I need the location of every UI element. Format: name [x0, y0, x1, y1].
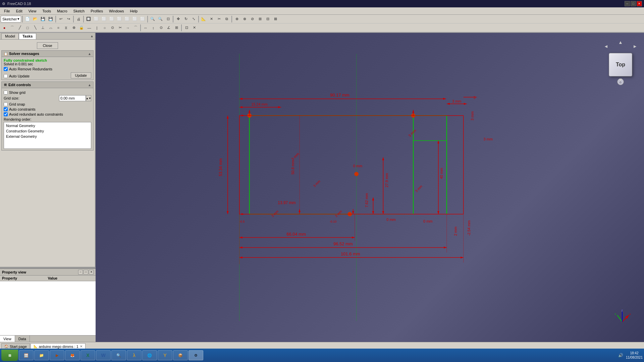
measure-btn[interactable]: 📐: [200, 15, 207, 23]
taskbar-lambda[interactable]: λ: [127, 350, 142, 360]
workbench-selector[interactable]: Sketcher ▾: [1, 16, 21, 22]
avoid-redundant-checkbox[interactable]: [4, 112, 8, 116]
sketch-close[interactable]: ✕: [191, 24, 198, 32]
tab-model[interactable]: Model: [1, 33, 19, 39]
view-front[interactable]: ⬜: [93, 15, 100, 23]
sketch-fillet[interactable]: ⌒: [132, 24, 139, 32]
grid-size-input[interactable]: 0.00 mm: [59, 95, 86, 101]
view-side[interactable]: ⬜: [100, 15, 108, 23]
zoom-fit-btn[interactable]: ⊡: [164, 15, 172, 23]
prop-tab-view[interactable]: View: [0, 336, 15, 342]
rendering-order-list[interactable]: Normal Geometry Construction Geometry Ex…: [4, 122, 91, 149]
new-btn[interactable]: 📄: [24, 15, 31, 23]
sketch-extend[interactable]: →: [124, 24, 131, 32]
nav-arrow-left[interactable]: ◄: [604, 44, 608, 49]
solver-toggle[interactable]: ▲: [88, 52, 91, 56]
snap-btn[interactable]: ⊕: [233, 15, 240, 23]
save-as-btn[interactable]: 💾: [47, 15, 54, 23]
sketch-trim[interactable]: ✂: [116, 24, 124, 32]
sketch-circle[interactable]: ○: [101, 24, 108, 32]
close-sketch-btn[interactable]: Close: [37, 42, 58, 49]
snap5-btn[interactable]: ⊟: [264, 15, 271, 23]
show-grid-checkbox[interactable]: [4, 90, 8, 95]
menu-macro[interactable]: Macro: [54, 8, 70, 14]
view-sel[interactable]: ⬜: [131, 15, 139, 23]
menu-windows[interactable]: Windows: [106, 8, 127, 14]
rendering-item-normal[interactable]: Normal Geometry: [5, 123, 90, 128]
snap2-btn[interactable]: ⊗: [241, 15, 248, 23]
view-fit[interactable]: ⬜: [123, 15, 131, 23]
auto-update-checkbox[interactable]: [4, 74, 8, 78]
sketch-perp[interactable]: ⊥: [39, 24, 47, 32]
navigation-cube[interactable]: ▲ ◄ ► Top ▼ ⌂: [604, 40, 637, 80]
nav-arrow-right[interactable]: ►: [633, 44, 637, 49]
volume-icon[interactable]: 🔊: [618, 353, 623, 358]
tab-tasks[interactable]: Tasks: [19, 33, 36, 39]
delete-btn[interactable]: ✕: [208, 15, 215, 23]
rotate-btn[interactable]: ↻: [182, 15, 190, 23]
sketch-sym[interactable]: ⧖: [62, 24, 70, 32]
menu-sketch[interactable]: Sketch: [71, 8, 88, 14]
scale-btn[interactable]: ⤡: [190, 15, 197, 23]
view-top[interactable]: ⬜: [108, 15, 115, 23]
sketch-new[interactable]: ●: [1, 24, 8, 32]
snap3-btn[interactable]: ⊘: [249, 15, 256, 23]
nav-arrow-down[interactable]: ▼: [618, 77, 623, 82]
view-iso[interactable]: ⬜: [116, 15, 123, 23]
save-btn[interactable]: 💾: [39, 15, 47, 23]
rendering-item-external[interactable]: External Geometry: [5, 134, 90, 139]
open-btn[interactable]: 📂: [32, 15, 39, 23]
taskbar-excel[interactable]: X: [80, 350, 95, 360]
grid-snap-checkbox[interactable]: [4, 102, 8, 106]
zoom-out-btn[interactable]: 🔍: [157, 15, 164, 23]
menu-view[interactable]: View: [26, 8, 39, 14]
snap4-btn[interactable]: ⊞: [256, 15, 264, 23]
sketch-adim[interactable]: ∠: [165, 24, 172, 32]
undo-btn[interactable]: ↩: [57, 15, 64, 23]
taskbar-media[interactable]: ▶: [50, 350, 64, 360]
menu-edit[interactable]: Edit: [13, 8, 25, 14]
snap6-btn[interactable]: ⊠: [272, 15, 279, 23]
sketch-attach[interactable]: ⌒: [8, 24, 16, 32]
redo-btn[interactable]: ↪: [65, 15, 72, 23]
zoom-in-btn[interactable]: 🔍: [149, 15, 156, 23]
close-button[interactable]: ✕: [637, 1, 642, 6]
sketch-line[interactable]: ╱: [16, 24, 23, 32]
sketch-equal[interactable]: =: [55, 24, 62, 32]
canvas-area[interactable]: 90.17 mm 15.24 mm 3 mm 3 3 mm 3 mm 3 mm …: [96, 33, 644, 342]
taskbar-firefox[interactable]: 🦊: [65, 350, 80, 360]
print-btn[interactable]: 🖨: [75, 15, 82, 23]
sketch-block[interactable]: ⊞: [173, 24, 180, 32]
taskbar-freecad[interactable]: ⚙: [189, 350, 203, 360]
view3d-btn[interactable]: 🔲: [85, 15, 92, 23]
sketch-vdim[interactable]: ↕: [150, 24, 157, 32]
taskbar-browser[interactable]: 🌐: [142, 350, 157, 360]
menu-file[interactable]: File: [1, 8, 13, 14]
combo-collapse-btn[interactable]: ▲: [90, 34, 94, 38]
cut-btn[interactable]: ✂: [215, 15, 223, 23]
sketch-rect[interactable]: □: [24, 24, 31, 32]
menu-profiles[interactable]: Profiles: [88, 8, 106, 14]
sketch-pnt[interactable]: ⊙: [109, 24, 116, 32]
tab-close-icon[interactable]: ✕: [80, 345, 83, 348]
property-maximize-btn[interactable]: □: [84, 270, 88, 275]
menu-help[interactable]: Help: [127, 8, 141, 14]
auto-remove-checkbox[interactable]: [4, 67, 8, 71]
sketch-rdim[interactable]: ⊙: [157, 24, 165, 32]
sketch-fix[interactable]: ⊗: [70, 24, 77, 32]
nav-arrow-up[interactable]: ▲: [618, 40, 623, 45]
copy-btn[interactable]: ⧉: [223, 15, 230, 23]
taskbar-explorer[interactable]: 🪟: [19, 350, 34, 360]
taskbar-folder[interactable]: 📁: [34, 350, 49, 360]
taskbar-search[interactable]: 🔍: [111, 350, 126, 360]
menu-tools[interactable]: Tools: [40, 8, 54, 14]
update-btn[interactable]: Update: [71, 72, 91, 78]
cube-face-top[interactable]: Top: [609, 53, 632, 76]
prop-tab-data[interactable]: Data: [15, 336, 30, 342]
sketch-horiz[interactable]: —: [86, 24, 93, 32]
sketch-sym2[interactable]: ⊡: [183, 24, 190, 32]
property-minimize-btn[interactable]: ─: [78, 270, 83, 275]
sketch-arc[interactable]: ⌓: [47, 24, 54, 32]
solver-messages-header[interactable]: 📋 Solver messages ▲: [2, 51, 93, 57]
view-wire[interactable]: ⬜: [139, 15, 146, 23]
